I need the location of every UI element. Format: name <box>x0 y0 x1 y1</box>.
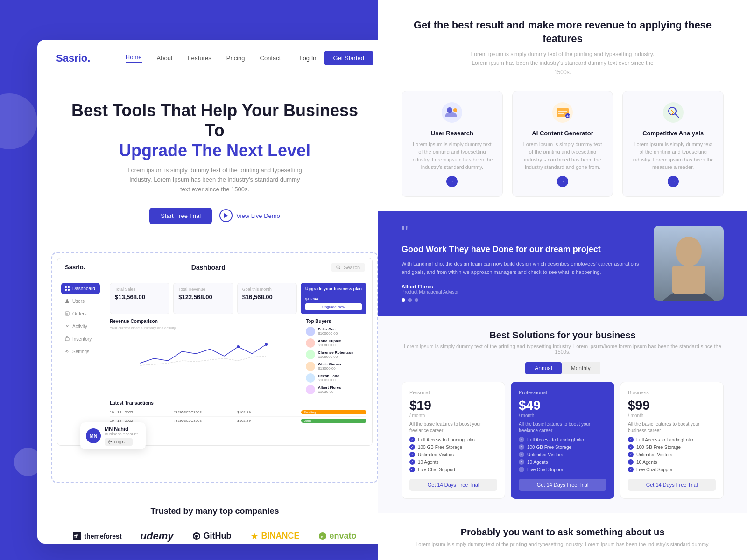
plan-feature-biz-3: ✓10 Agents <box>628 459 716 465</box>
competitive-analysis-icon <box>662 101 685 124</box>
sidebar-item-activity[interactable]: Activity <box>61 321 100 332</box>
sidebar-item-orders[interactable]: Orders <box>61 308 100 320</box>
svg-point-7 <box>66 299 68 301</box>
view-demo-button[interactable]: View Live Demo <box>219 208 280 224</box>
upgrade-button[interactable]: Upgrade Now <box>305 303 362 310</box>
envato-icon: e <box>318 532 327 540</box>
sidebar-item-settings[interactable]: Settings <box>61 346 100 357</box>
testimonial-quote: Good Work They have Done for our dream p… <box>402 244 644 255</box>
dashboard-inner: Sasrio. Dashboard Search Dashboard <box>57 258 373 446</box>
navbar: Sasrio. Home About Features Pricing Cont… <box>37 40 392 77</box>
svg-point-12 <box>66 350 68 352</box>
dashboard-icon <box>65 286 70 291</box>
svg-rect-11 <box>65 338 69 341</box>
hero-title: Best Tools That Help Your Business To Up… <box>65 100 364 161</box>
plan-feature-pro-3: ✓10 Agents <box>519 459 606 465</box>
envato-logo: e envato <box>318 531 357 541</box>
nav-features[interactable]: Features <box>187 55 211 62</box>
plan-name-personal: Personal <box>409 390 497 395</box>
users-icon <box>65 299 70 303</box>
sidebar-item-users[interactable]: Users <box>61 295 100 307</box>
nav-home[interactable]: Home <box>126 54 142 63</box>
github-logo: GitHub <box>192 531 232 541</box>
transaction-row-0: 10 - 12 - 2022 #32953C0C3263 $102.89 Pen… <box>110 408 366 417</box>
svg-text:AI: AI <box>566 114 570 118</box>
plan-desc-business: All the basic features to boost your bus… <box>628 421 716 434</box>
stat-total-sales: Total Sales $13,568.00 <box>110 283 169 314</box>
buyer-avatar-1 <box>306 338 315 348</box>
buyer-avatar-0 <box>306 327 315 336</box>
buyer-info-0: Peter One $100000.00 <box>318 327 366 336</box>
nav-contact[interactable]: Contact <box>260 55 281 62</box>
nav-get-started-button[interactable]: Get Started <box>324 51 374 65</box>
solutions-title: Best Solutions for your business <box>402 330 724 341</box>
transaction-row-1: 10 - 12 - 2022 #32953C0C3263 $102.89 Don… <box>110 417 366 425</box>
plan-feature-personal-4: ✓Live Chat Support <box>409 467 497 472</box>
logout-button[interactable]: Log Out <box>105 438 133 446</box>
status-badge-pending: Pending <box>301 410 367 414</box>
dashboard-search[interactable]: Search <box>331 263 365 272</box>
dashboard-main-content: Total Sales $13,568.00 Total Revenue $12… <box>104 277 372 445</box>
features-section: Get the best result and make more revenu… <box>378 0 747 211</box>
plan-price-business: $99 <box>628 398 716 413</box>
svg-point-34 <box>676 237 702 266</box>
testimonial-content: " Good Work They have Done for our dream… <box>402 225 644 302</box>
dot-2[interactable] <box>408 298 412 302</box>
dot-1[interactable] <box>402 298 405 302</box>
feature-btn-ai[interactable]: → <box>557 176 568 187</box>
buyer-row-0: Peter One $100000.00 <box>306 327 366 336</box>
themeforest-logo: tf themeforest <box>73 532 121 540</box>
svg-rect-4 <box>68 286 70 288</box>
nav-pricing[interactable]: Pricing <box>226 55 245 62</box>
svg-text:tf: tf <box>74 534 78 539</box>
solutions-subtitle: Lorem ipsum is simply dummy text of the … <box>402 343 724 355</box>
stat-cards: Total Sales $13,568.00 Total Revenue $12… <box>110 283 366 314</box>
hero-subtitle: Lorem ipsum is simply dummy text of the … <box>126 166 303 195</box>
features-subtitle: Lorem ipsum is simply dummy text of the … <box>469 50 656 77</box>
svg-line-2 <box>339 268 341 269</box>
svg-text:e: e <box>321 534 323 539</box>
nav-about[interactable]: About <box>157 55 173 62</box>
user-avatar: MN <box>86 428 101 443</box>
sidebar-item-dashboard[interactable]: Dashboard <box>61 283 100 294</box>
cta-business[interactable]: Get 14 Days Free Trial <box>628 479 716 491</box>
cta-personal[interactable]: Get 14 Days Free Trial <box>409 479 497 491</box>
feature-btn-user-research[interactable]: → <box>446 176 458 187</box>
feature-title-user-research: User Research <box>411 130 493 137</box>
revenue-chart-svg <box>110 333 301 370</box>
settings-icon <box>65 349 70 354</box>
tab-annual[interactable]: Annual <box>525 362 561 374</box>
svg-marker-18 <box>251 533 258 539</box>
testimonial-author: Albert Flores <box>402 284 644 289</box>
sidebar-item-inventory[interactable]: Inventory <box>61 333 100 345</box>
cta-professional[interactable]: Get 14 Days Free Trial <box>519 479 606 491</box>
start-trial-button[interactable]: Start Free Trial <box>149 208 212 224</box>
stat-value-sales: $13,568.00 <box>115 294 164 301</box>
upgrade-title: Upgrade your business plan <box>305 287 362 292</box>
chart-area: Revenue Comparison Your current close su… <box>110 319 366 397</box>
dashboard-body: Dashboard Users Orders Activity <box>57 277 372 445</box>
testimonial-body: With LandingFolio, the design team can n… <box>402 260 644 276</box>
stat-total-revenue: Total Revenue $122,568.00 <box>173 283 233 314</box>
testimonial-dots <box>402 298 644 302</box>
buyer-avatar-2 <box>306 350 315 359</box>
pricing-card-professional: Professional $49 / month All the basic f… <box>511 382 614 499</box>
dashboard-header: Sasrio. Dashboard Search <box>57 258 372 277</box>
trusted-title: Trusted by many top companies <box>65 506 364 516</box>
faq-item-0: 1. Do you have attached easy documentati… <box>402 556 724 560</box>
user-details: MN Nahid Business Account Log Out <box>105 426 138 446</box>
nav-login[interactable]: Log In <box>299 55 316 62</box>
dot-3[interactable] <box>415 298 418 302</box>
pricing-card-personal: Personal $19 / month All the basic featu… <box>402 382 505 499</box>
svg-point-13 <box>265 343 268 346</box>
nav-links: Home About Features Pricing Contact <box>126 54 281 63</box>
ai-content-icon: AI <box>551 101 574 124</box>
features-title: Get the best result and make more revenu… <box>402 19 724 45</box>
tab-monthly[interactable]: Monthly <box>562 362 600 374</box>
feature-btn-competitive[interactable]: → <box>668 176 679 187</box>
buyer-avatar-5 <box>306 385 315 394</box>
demo-label: View Live Demo <box>236 212 280 219</box>
transactions-header: Latest Transactions <box>110 400 366 406</box>
svg-point-14 <box>237 345 240 348</box>
plan-name-business: Business <box>628 390 716 395</box>
